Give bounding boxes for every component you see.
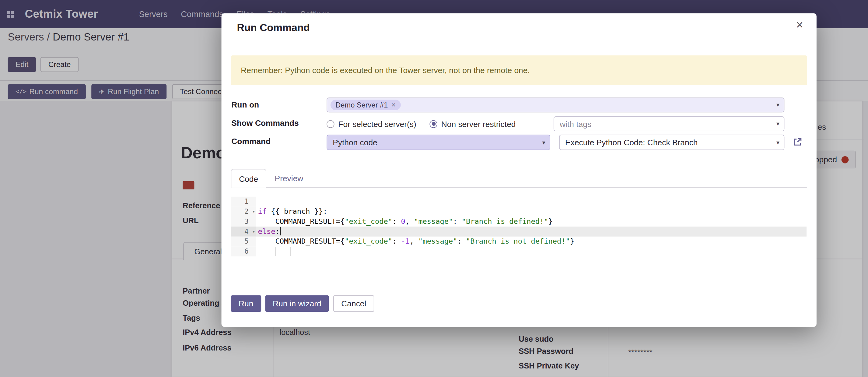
dialog-title: Run Command: [237, 22, 310, 34]
code-line-1[interactable]: 1: [231, 197, 807, 207]
code-editor[interactable]: 12▾if {{ branch }}:3 COMMAND_RESULT={"ex…: [231, 197, 807, 256]
indent-guide: [275, 247, 276, 256]
command-select[interactable]: Execute Python Code: Check Branch ▾: [559, 135, 784, 150]
tab-preview[interactable]: Preview: [268, 169, 310, 188]
run-command-dialog: Run Command × Remember: Python code is e…: [222, 13, 816, 327]
chevron-down-icon: ▾: [776, 139, 779, 146]
chevron-down-icon: ▾: [542, 139, 546, 146]
tab-code[interactable]: Code: [231, 169, 266, 188]
with-tags-select[interactable]: with tags ▾: [554, 116, 784, 131]
code-line-5[interactable]: 5 COMMAND_RESULT={"exit_code": -1, "mess…: [231, 237, 807, 246]
code-text: COMMAND_RESULT={"exit_code": 0, "message…: [256, 216, 807, 227]
cancel-button[interactable]: Cancel: [334, 295, 374, 312]
run-button[interactable]: Run: [231, 295, 261, 312]
indent-guide: [290, 247, 291, 256]
code-text: [256, 197, 807, 207]
run-in-wizard-button[interactable]: Run in wizard: [265, 295, 329, 312]
chevron-down-icon: ▾: [776, 102, 779, 109]
show-commands-radio-group: For selected server(s) Non server restri…: [327, 116, 516, 131]
radio-for-selected-servers[interactable]: [327, 120, 334, 127]
radio-non-server-restricted[interactable]: [429, 120, 437, 127]
code-line-6[interactable]: 6: [231, 246, 807, 256]
tag-remove-icon[interactable]: ✕: [391, 102, 396, 108]
external-link-icon[interactable]: [793, 137, 802, 147]
code-line-4[interactable]: 4▾else:: [231, 227, 807, 237]
gutter-line-number: 5: [231, 237, 256, 246]
code-line-2[interactable]: 2▾if {{ branch }}:: [231, 206, 807, 216]
server-tag[interactable]: Demo Server #1 ✕: [331, 99, 401, 110]
run-on-field[interactable]: Demo Server #1 ✕ ▾: [327, 97, 784, 112]
gutter-line-number: 3: [231, 216, 256, 227]
code-fold-icon[interactable]: ▾: [252, 206, 255, 216]
tabs-border: [231, 187, 807, 188]
close-icon[interactable]: ×: [796, 19, 803, 31]
code-text: if {{ branch }}:: [256, 206, 807, 216]
code-text: COMMAND_RESULT={"exit_code": -1, "messag…: [256, 237, 807, 246]
command-type-select[interactable]: Python code ▾: [327, 135, 550, 150]
show-commands-label: Show Commands: [231, 118, 299, 127]
code-text: else:: [256, 227, 807, 237]
gutter-line-number: 6: [231, 246, 256, 256]
chevron-down-icon: ▾: [776, 120, 779, 127]
gutter-line-number: 4▾: [231, 227, 256, 237]
code-fold-icon[interactable]: ▾: [252, 227, 255, 237]
radio-label-non-restricted[interactable]: Non server restricted: [441, 119, 516, 128]
gutter-line-number: 2▾: [231, 206, 256, 216]
command-label: Command: [231, 137, 271, 146]
dialog-footer: Run Run in wizard Cancel: [231, 295, 374, 312]
python-warning-alert: Remember: Python code is executed on the…: [231, 55, 807, 85]
radio-label-selected-servers[interactable]: For selected server(s): [338, 119, 416, 128]
gutter-line-number: 1: [231, 197, 256, 207]
screen: Cetmix Tower ServersCommandsFilesToolsSe…: [0, 0, 868, 377]
run-on-label: Run on: [231, 100, 259, 109]
code-text: [256, 246, 807, 256]
text-cursor: [280, 227, 281, 235]
code-line-3[interactable]: 3 COMMAND_RESULT={"exit_code": 0, "messa…: [231, 216, 807, 227]
